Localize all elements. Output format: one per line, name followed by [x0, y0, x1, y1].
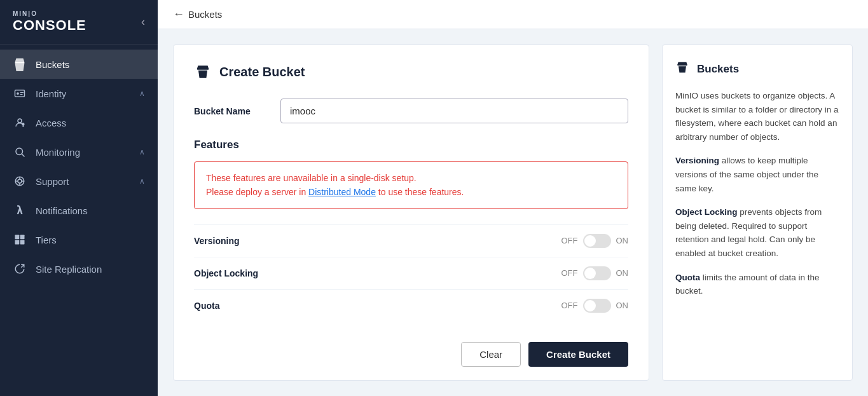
svg-rect-18 — [15, 240, 20, 245]
card-title-text: Create Bucket — [219, 65, 305, 79]
sidebar-item-label-support: Support — [36, 176, 139, 187]
object-locking-label: Object Locking — [194, 268, 296, 278]
svg-rect-21 — [677, 64, 687, 65]
sidebar-item-site-replication[interactable]: Site Replication — [0, 254, 158, 283]
bucket-name-label: Bucket Name — [194, 106, 270, 116]
svg-rect-20 — [197, 69, 209, 70]
quota-toggle-group: OFF ON — [561, 299, 629, 313]
sidebar-item-tiers[interactable]: Tiers — [0, 225, 158, 254]
bucket-title-icon — [194, 63, 212, 81]
svg-point-11 — [18, 179, 22, 183]
sidebar-item-label-monitoring: Monitoring — [36, 147, 139, 158]
quota-row: Quota OFF ON — [194, 289, 628, 322]
monitoring-icon — [13, 145, 27, 159]
sidebar-item-notifications[interactable]: λ Notifications — [0, 196, 158, 225]
svg-rect-7 — [23, 126, 24, 127]
sidebar-item-access[interactable]: Access — [0, 108, 158, 137]
back-label: Buckets — [188, 9, 222, 20]
distributed-mode-link[interactable]: Distributed Mode — [308, 187, 376, 197]
sidebar-logo: MIN|O CONSOLE ‹ — [0, 0, 158, 44]
object-locking-toggle[interactable] — [583, 266, 611, 280]
content-area: Create Bucket Bucket Name Features These… — [158, 29, 868, 396]
main-content: ← Buckets Create Bucket Bucket Name — [158, 0, 868, 396]
versioning-toggle[interactable] — [583, 234, 611, 248]
info-title-text: Buckets — [697, 63, 739, 76]
quota-toggle[interactable] — [583, 299, 611, 313]
quota-label: Quota — [194, 301, 296, 311]
notifications-icon: λ — [13, 203, 27, 217]
info-para-4: Quota limits the amount of data in the b… — [675, 271, 839, 298]
sidebar-item-support[interactable]: Support ∧ — [0, 167, 158, 196]
access-icon — [13, 116, 27, 130]
tiers-icon — [13, 233, 27, 247]
sidebar-item-label-notifications: Notifications — [36, 205, 145, 216]
object-locking-bold: Object Locking — [675, 207, 738, 217]
info-para-1: MinIO uses buckets to organize objects. … — [675, 89, 839, 144]
sidebar: MIN|O CONSOLE ‹ Buckets — [0, 0, 158, 396]
svg-point-2 — [17, 92, 19, 95]
topbar: ← Buckets — [158, 0, 868, 29]
sidebar-item-label-identity: Identity — [36, 88, 139, 99]
versioning-label: Versioning — [194, 236, 296, 246]
sidebar-item-label-tiers: Tiers — [36, 235, 145, 245]
warning-box: These features are unavailable in a sing… — [194, 161, 628, 209]
buckets-icon — [13, 57, 27, 71]
create-bucket-button[interactable]: Create Bucket — [528, 342, 628, 367]
object-locking-on-label: ON — [616, 268, 629, 278]
info-panel-title: Buckets — [675, 60, 839, 78]
identity-icon — [13, 86, 27, 100]
svg-line-9 — [22, 154, 24, 156]
logo-mini: MIN|O — [13, 10, 86, 17]
quota-off-label: OFF — [561, 301, 578, 310]
svg-point-8 — [16, 148, 23, 155]
support-icon — [13, 174, 27, 188]
object-locking-toggle-group: OFF ON — [561, 266, 629, 280]
quota-on-label: ON — [616, 301, 629, 310]
svg-rect-1 — [15, 90, 25, 97]
svg-rect-19 — [20, 240, 25, 245]
features-title: Features — [194, 139, 628, 151]
svg-rect-16 — [15, 235, 20, 240]
sidebar-item-label-access: Access — [36, 118, 145, 128]
monitoring-arrow-icon: ∧ — [139, 147, 145, 156]
support-arrow-icon: ∧ — [139, 177, 145, 186]
info-para-2: Versioning allows to keep multiple versi… — [675, 154, 839, 195]
object-locking-off-label: OFF — [561, 268, 578, 278]
warning-text: These features are unavailable in a sing… — [206, 171, 616, 200]
svg-rect-0 — [15, 62, 25, 63]
warning-line1: These features are unavailable in a sing… — [206, 173, 417, 183]
sidebar-collapse-button[interactable]: ‹ — [141, 15, 145, 29]
back-button[interactable]: ← Buckets — [173, 8, 222, 21]
svg-point-5 — [18, 119, 22, 123]
object-locking-row: Object Locking OFF ON — [194, 257, 628, 289]
versioning-row: Versioning OFF ON — [194, 224, 628, 257]
card-title: Create Bucket — [194, 63, 628, 81]
versioning-bold: Versioning — [675, 156, 719, 165]
svg-rect-17 — [20, 235, 25, 240]
sidebar-item-identity[interactable]: Identity ∧ — [0, 79, 158, 108]
quota-bold: Quota — [675, 273, 700, 282]
sidebar-nav: Buckets Identity ∧ — [0, 44, 158, 396]
bucket-name-input[interactable] — [280, 99, 628, 123]
back-arrow-icon: ← — [173, 8, 184, 21]
logo-console: CONSOLE — [13, 17, 86, 34]
button-row: Clear Create Bucket — [194, 342, 628, 367]
versioning-toggle-group: OFF ON — [561, 234, 629, 248]
bucket-name-row: Bucket Name — [194, 99, 628, 123]
identity-arrow-icon: ∧ — [139, 89, 145, 98]
versioning-off-label: OFF — [561, 236, 578, 245]
clear-button[interactable]: Clear — [461, 342, 521, 367]
info-bucket-icon — [675, 60, 689, 78]
site-replication-icon — [13, 262, 27, 276]
sidebar-item-label-buckets: Buckets — [36, 59, 145, 70]
versioning-on-label: ON — [616, 236, 629, 245]
create-bucket-card: Create Bucket Bucket Name Features These… — [173, 44, 649, 381]
info-para-3: Object Locking prevents objects from bei… — [675, 205, 839, 260]
info-panel: Buckets MinIO uses buckets to organize o… — [662, 44, 853, 381]
svg-point-6 — [22, 123, 25, 126]
sidebar-item-buckets[interactable]: Buckets — [0, 50, 158, 79]
warning-line3-suffix: to use these features. — [376, 187, 464, 197]
sidebar-item-label-site-replication: Site Replication — [36, 264, 145, 275]
warning-line2-prefix: Please deploy a server in — [206, 187, 308, 197]
sidebar-item-monitoring[interactable]: Monitoring ∧ — [0, 137, 158, 167]
